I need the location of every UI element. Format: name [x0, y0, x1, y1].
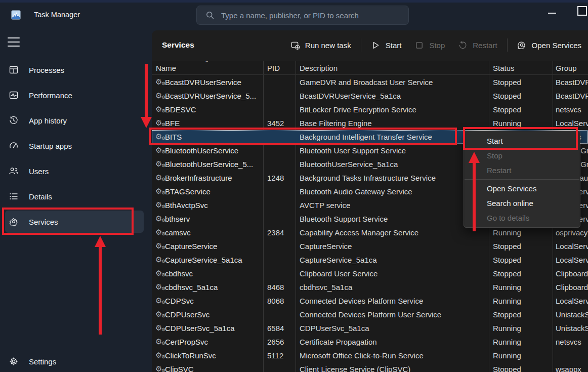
- cell-name: CDPUserSvc: [165, 308, 262, 321]
- service-gear-icon: ⚙⚙: [155, 187, 164, 196]
- cell-group: [556, 349, 588, 362]
- cell-name: bthserv: [165, 212, 262, 226]
- run-new-task-icon: [290, 40, 300, 50]
- context-menu-item-label: Go to details: [487, 214, 529, 222]
- sidebar-item-details[interactable]: Details: [0, 184, 148, 209]
- cell-name: CaptureService_5a1ca: [165, 253, 262, 267]
- service-gear-icon: ⚙⚙: [155, 269, 164, 278]
- cell-description: Bluetooth Audio Gateway Service: [300, 185, 488, 198]
- open-services-button[interactable]: Open Services: [511, 36, 588, 54]
- cell-pid: [267, 198, 295, 212]
- cell-description: Capability Access Manager Service: [300, 226, 488, 239]
- cell-group: ClipboardSvcGroup: [556, 280, 588, 294]
- table-row-bdesvc[interactable]: ⚙⚙ BDESVC BitLocker Drive Encryption Ser…: [152, 103, 588, 116]
- context-menu-separator: [465, 179, 579, 180]
- service-gear-icon: ⚙⚙: [155, 214, 164, 223]
- sidebar-item-processes[interactable]: Processes: [0, 57, 148, 82]
- cell-pid: [267, 212, 295, 226]
- performance-icon: [9, 90, 19, 100]
- cell-status: Stopped: [493, 239, 552, 253]
- column-header-pid[interactable]: PID: [267, 61, 280, 75]
- sidebar-item-startup-apps[interactable]: Startup apps: [0, 133, 148, 158]
- sidebar-item-label: Users: [29, 167, 49, 176]
- cell-group: LocalService: [556, 239, 588, 253]
- cell-description: BcastDVRUserService_5a1ca: [300, 89, 488, 103]
- service-gear-icon: ⚙⚙: [155, 241, 164, 251]
- restart-button[interactable]: Restart: [451, 36, 503, 54]
- sidebar-item-performance[interactable]: Performance: [0, 82, 148, 108]
- cell-status: Stopped: [493, 75, 552, 89]
- service-gear-icon: ⚙⚙: [155, 323, 164, 333]
- details-icon: [9, 191, 19, 201]
- cell-description: CaptureService: [300, 239, 488, 253]
- table-row-cbdhsvc[interactable]: ⚙⚙ cbdhsvc Clipboard User Service Stoppe…: [152, 267, 588, 280]
- cell-name: CaptureService: [165, 239, 262, 253]
- table-row-bcastdvruserservice[interactable]: ⚙⚙ BcastDVRUserService GameDVR and Broad…: [152, 75, 588, 89]
- processes-icon: [9, 65, 19, 75]
- cell-pid: [267, 253, 295, 267]
- cell-status: Stopped: [493, 308, 552, 321]
- table-row-captureservice[interactable]: ⚙⚙ CaptureService CaptureService Stopped…: [152, 239, 588, 253]
- table-row-clipsvc[interactable]: ⚙⚙ ClipSVC Client License Service (ClipS…: [152, 362, 588, 372]
- cell-status: Running: [493, 321, 552, 335]
- cell-description: Background Tasks Infrastructure Service: [300, 171, 488, 185]
- cell-group: UnistackSvcGroup: [556, 308, 588, 321]
- table-row-cbdhsvc_5a1ca[interactable]: ⚙⚙ cbdhsvc_5a1ca 8468 cbdhsvc_5a1ca Runn…: [152, 280, 588, 294]
- table-row-bcastdvruserservice_5[interactable]: ⚙⚙ BcastDVRUserService_5... BcastDVRUser…: [152, 89, 588, 103]
- cell-pid: 8068: [267, 294, 295, 308]
- sidebar-item-users[interactable]: Users: [0, 158, 148, 184]
- search-input[interactable]: Type a name, publisher, or PID to search: [196, 6, 409, 25]
- table-row-certpropsvc[interactable]: ⚙⚙ CertPropSvc 2656 Certificate Propagat…: [152, 335, 588, 349]
- cell-group: wsappx: [556, 362, 588, 372]
- service-gear-icon: ⚙⚙: [155, 255, 164, 264]
- column-header-group[interactable]: Group: [556, 61, 577, 75]
- cell-group: netsvcs: [556, 103, 588, 116]
- nav-selection-highlight: [5, 185, 144, 208]
- start-button[interactable]: Start: [364, 36, 408, 54]
- cell-pid: [267, 267, 295, 280]
- context-menu-item-search-online[interactable]: Search online: [464, 196, 580, 211]
- cell-status: Running: [493, 335, 552, 349]
- service-gear-icon: ⚙⚙: [155, 282, 164, 292]
- sidebar-item-app-history[interactable]: App history: [0, 108, 148, 133]
- table-row-cdpusersvc[interactable]: ⚙⚙ CDPUserSvc Connected Devices Platform…: [152, 308, 588, 321]
- column-header-description[interactable]: Description: [300, 61, 338, 75]
- toolbar-button-label: Open Services: [532, 41, 581, 50]
- nav-selection-highlight: [5, 59, 144, 81]
- navigation-menu-icon[interactable]: [8, 37, 20, 48]
- cell-description: BitLocker Drive Encryption Service: [300, 103, 488, 116]
- column-header-name[interactable]: Name: [156, 61, 176, 75]
- window-title: Task Manager: [34, 11, 80, 19]
- service-gear-icon: ⚙⚙: [155, 337, 164, 346]
- open-services-icon: [517, 40, 527, 50]
- context-menu-item-stop[interactable]: Stop: [464, 148, 580, 163]
- context-menu-item-restart[interactable]: Restart: [464, 163, 580, 178]
- context-menu-item-go-to-details[interactable]: Go to details: [464, 211, 580, 225]
- search-placeholder: Type a name, publisher, or PID to search: [221, 11, 359, 20]
- cell-pid: [267, 362, 295, 372]
- table-row-cdpusersvc_5a1ca[interactable]: ⚙⚙ CDPUserSvc_5a1ca 6584 CDPUserSvc_5a1c…: [152, 321, 588, 335]
- toolbar-buttons: Run new task Start Stop Restart Open Ser…: [284, 30, 588, 60]
- table-row-clicktorunsvc[interactable]: ⚙⚙ ClickToRunSvc 5112 Microsoft Office C…: [152, 349, 588, 362]
- run-new-task-button[interactable]: Run new task: [284, 36, 358, 54]
- stop-button[interactable]: Stop: [408, 36, 451, 54]
- maximize-button[interactable]: [577, 6, 587, 16]
- cell-group: BcastDVRUserService: [556, 75, 588, 89]
- toolbar-button-label: Run new task: [305, 41, 351, 50]
- app-history-icon: [9, 115, 19, 126]
- sidebar-item-settings[interactable]: Settings: [0, 349, 148, 372]
- cell-group: ClipboardSvcGroup: [556, 267, 588, 280]
- table-row-cdpsvc[interactable]: ⚙⚙ CDPSvc 8068 Connected Devices Platfor…: [152, 294, 588, 308]
- cell-group: LocalService: [556, 294, 588, 308]
- cell-name: BTAGService: [165, 185, 262, 198]
- context-menu-item-open-services[interactable]: Open Services: [464, 181, 580, 196]
- minimize-button[interactable]: [548, 13, 556, 14]
- sidebar-item-label: Details: [29, 192, 52, 201]
- table-row-camsvc[interactable]: ⚙⚙ camsvc 2384 Capability Access Manager…: [152, 226, 588, 239]
- gear-icon: [9, 356, 19, 366]
- toolbar-separator: [361, 38, 361, 52]
- cell-description: Clipboard User Service: [300, 267, 488, 280]
- table-row-captureservice_5a1ca[interactable]: ⚙⚙ CaptureService_5a1ca CaptureService_5…: [152, 253, 588, 267]
- column-header-status[interactable]: Status: [493, 61, 515, 75]
- cell-name: CertPropSvc: [165, 335, 262, 349]
